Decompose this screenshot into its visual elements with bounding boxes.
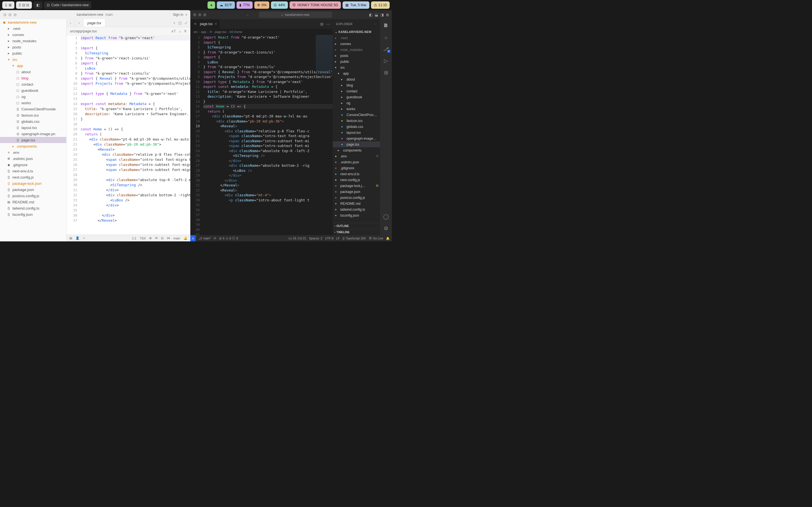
tree-item[interactable]: ●README.md — [333, 201, 380, 207]
tree-item[interactable]: ●package-lock.j…M — [333, 183, 380, 189]
zoom-icon[interactable] — [13, 13, 17, 16]
app-icon-1[interactable]: ◧ — [34, 1, 42, 9]
tree-item[interactable]: ▸components — [333, 147, 380, 153]
close-icon[interactable] — [193, 13, 196, 16]
tree-item[interactable]: ▸contact — [333, 88, 380, 94]
history-forward-icon[interactable]: → — [252, 13, 256, 17]
tree-item[interactable]: ▢blog — [0, 75, 66, 81]
app-title[interactable]: ⊡ Code / kanelariviere-new — [44, 1, 92, 9]
tree-item[interactable]: {}page.tsx — [0, 137, 66, 143]
layout-left-icon[interactable]: ◧ — [369, 13, 372, 17]
weather-pill[interactable]: ☁ 61°F — [217, 1, 235, 9]
status-icon-1[interactable]: ⊕ — [149, 236, 152, 240]
tree-item[interactable]: ▢contact — [0, 81, 66, 87]
minimize-icon[interactable] — [198, 13, 201, 16]
timeline-section[interactable]: ›TIMELINE — [333, 229, 380, 235]
tree-item[interactable]: ●package.json — [333, 189, 380, 194]
tree-item[interactable]: ▾app — [333, 70, 380, 76]
tree-item[interactable]: ●postcss.config.js — [333, 194, 380, 201]
cursor-position[interactable]: Ln 19, Col 21 — [289, 237, 306, 240]
explorer-more-icon[interactable]: ⋯ — [374, 22, 377, 25]
time-pill[interactable]: ◷ 11:10 — [371, 1, 390, 9]
left-code-editor[interactable]: 1234567891011121314151617181920212223242… — [66, 36, 190, 235]
extensions-icon[interactable]: ⊞ — [383, 69, 389, 76]
tree-item[interactable]: ▸posts — [333, 53, 380, 59]
tree-item[interactable]: ▸posts — [0, 44, 66, 50]
branch-name[interactable]: main — [105, 13, 113, 17]
compare-icon[interactable]: ⊟ — [320, 22, 323, 26]
tree-item[interactable]: ⊡globals.css — [0, 118, 66, 124]
tree-item[interactable]: ▸blog — [333, 82, 380, 88]
tree-item[interactable]: ●opengraph-image… — [333, 135, 380, 142]
language-status[interactable]: {} TypeScript JSX — [343, 237, 366, 240]
bell-icon[interactable]: 🔔 — [386, 237, 390, 240]
tree-item[interactable]: ▢works — [0, 100, 66, 106]
tree-item[interactable]: ▸guestbook — [333, 94, 380, 100]
new-tab-icon[interactable]: + — [173, 21, 175, 25]
tree-item[interactable]: ▸about — [333, 76, 380, 82]
search-icon[interactable]: ⌕ — [383, 34, 389, 41]
tree-item[interactable]: {}ConvexClientProvide — [0, 106, 66, 112]
tree-item[interactable]: ▸components — [0, 143, 66, 149]
tree-item[interactable]: ▢og — [0, 94, 66, 100]
tree-item[interactable]: {}next.config.js — [0, 174, 66, 180]
zoom-icon[interactable] — [203, 13, 206, 16]
tree-item[interactable]: ◆.gitignore — [0, 162, 66, 168]
tree-item[interactable]: ●.eslintrc.json — [333, 159, 380, 165]
language-mode[interactable]: TSX — [140, 237, 146, 240]
tree-item[interactable]: ▾src — [333, 64, 380, 70]
settings-icon[interactable]: ↯ — [184, 29, 187, 33]
minimap[interactable] — [316, 35, 333, 74]
tree-item[interactable]: ▸convex — [333, 41, 380, 47]
nav-back-icon[interactable]: ‹ — [66, 19, 75, 27]
tree-item[interactable]: ▸og — [333, 100, 380, 106]
workspace-1[interactable]: 1 ⊞ — [2, 1, 14, 9]
tree-item[interactable]: ▸node_modules — [333, 47, 380, 53]
status-icon-2[interactable]: ✉ — [155, 236, 158, 240]
minimize-icon[interactable] — [8, 13, 11, 16]
tree-item[interactable]: ▤README.md — [0, 199, 66, 205]
check-icon[interactable]: ✓ — [83, 236, 86, 240]
branch-status[interactable]: main — [173, 237, 180, 240]
gear-icon[interactable]: ⚙ — [383, 225, 389, 232]
indent-status[interactable]: Spaces: 2 — [309, 237, 322, 240]
tree-item[interactable]: ●ConvexClientProv… — [333, 112, 380, 118]
memory-pill[interactable]: ⊡ 44% — [271, 1, 288, 9]
go-live-button[interactable]: ⦿ Go Live — [369, 237, 383, 240]
tree-item[interactable]: {}next-env.d.ts — [0, 168, 66, 174]
tree-item[interactable]: ●page.tsx — [333, 142, 380, 147]
tree-item[interactable]: ⊡opengraph-image.pn — [0, 131, 66, 137]
layout-bottom-icon[interactable]: ⬓ — [375, 13, 378, 17]
left-file-tree[interactable]: ▣kanelariviere-new ▸.next▸convex▸node_mo… — [0, 19, 66, 241]
user-icon[interactable]: 👤 — [75, 236, 80, 240]
tree-item[interactable]: ●tailwind.config.ts — [333, 207, 380, 212]
layout-grid-icon[interactable]: ⊞ — [386, 13, 389, 17]
history-back-icon[interactable]: ← — [246, 13, 250, 17]
tree-item[interactable]: {}layout.tsx — [0, 124, 66, 131]
branch-status[interactable]: ⎇ main* — [199, 237, 211, 240]
sync-icon[interactable]: ⟳ — [214, 237, 216, 240]
tree-item[interactable]: ▾app — [0, 62, 66, 69]
encoding-status[interactable]: UTF-8 — [325, 237, 334, 240]
tree-item[interactable]: ▸works — [333, 106, 380, 112]
tree-item[interactable]: ⊡favicon.ico — [0, 112, 66, 118]
right-breadcrumb[interactable]: src› app› ⚛page.tsx› ⒳Home — [190, 29, 333, 35]
font-size-icon[interactable]: ᴀT — [171, 29, 176, 33]
eol-status[interactable]: LF — [336, 237, 340, 240]
bell-icon[interactable]: 🔔 — [184, 236, 188, 240]
battery-pill[interactable]: ▮ 77% — [237, 1, 253, 9]
tree-item[interactable]: ▸node_modules — [0, 38, 66, 44]
explorer-icon[interactable]: 🗎 — [383, 22, 389, 29]
tree-item[interactable]: {}package-lock.json — [0, 180, 66, 186]
tree-item[interactable]: ●next-env.d.ts — [333, 171, 380, 177]
tree-item[interactable]: ▢guestbook — [0, 87, 66, 94]
tree-item[interactable]: ●favicon.ico — [333, 118, 380, 124]
command-center[interactable]: ⌕ kanelariviere-new — [259, 11, 332, 18]
remote-button[interactable]: ⎋ — [190, 235, 196, 241]
nav-forward-icon[interactable]: › — [75, 19, 84, 27]
active-tab[interactable]: ⚛ page.tsx × — [190, 19, 220, 29]
tree-item[interactable]: ▸.next — [333, 35, 380, 41]
cpu-pill[interactable]: ✻ 0% — [254, 1, 269, 9]
tree-item[interactable]: ●.gitignore — [333, 165, 380, 171]
source-control-icon[interactable]: ⎇4 — [383, 46, 389, 52]
